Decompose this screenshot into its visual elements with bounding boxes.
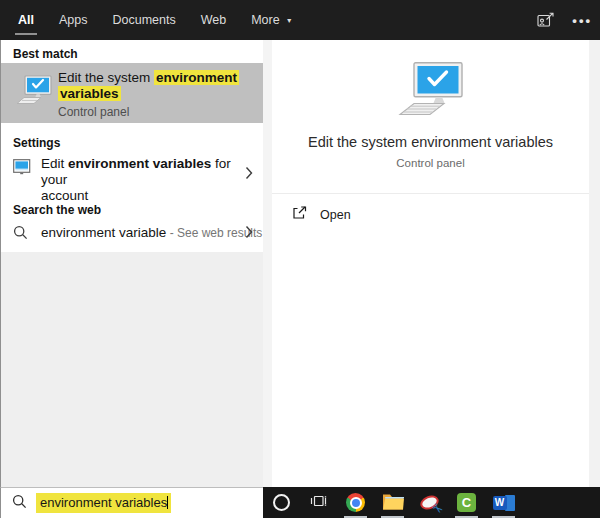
snipping-tool-icon: ✂ <box>419 493 441 513</box>
feedback-icon[interactable] <box>537 12 555 28</box>
settings-header: Settings <box>13 136 60 150</box>
settings-item-label: Edit environment variables for youraccou… <box>41 156 243 204</box>
tab-apps[interactable]: Apps <box>59 0 88 40</box>
search-icon <box>13 225 28 244</box>
word-icon: W <box>493 493 515 513</box>
open-launch-icon <box>292 206 307 224</box>
windows-search-flyout: All Apps Documents Web More▼ ••• Best ma… <box>0 0 600 518</box>
search-input-value[interactable]: environment variables <box>36 493 171 513</box>
best-match-subtitle: Control panel <box>58 104 256 120</box>
search-results-panel: Best match Edit the system environmentva… <box>0 40 263 487</box>
chevron-right-icon <box>245 225 253 239</box>
result-settings-item[interactable]: Edit environment variables for youraccou… <box>1 152 264 194</box>
chevron-down-icon: ▼ <box>286 17 293 24</box>
preview-panel: Edit the system environment variables Co… <box>272 40 589 487</box>
file-explorer-icon <box>382 492 404 514</box>
tab-more[interactable]: More▼ <box>251 0 292 40</box>
highlighted-term: environment <box>154 70 239 85</box>
best-match-header: Best match <box>13 47 78 61</box>
best-match-title: Edit the system environmentvariables Con… <box>58 70 256 120</box>
taskbar-task-view-button[interactable] <box>300 487 337 518</box>
open-action[interactable]: Open <box>292 206 589 224</box>
cortana-icon <box>273 494 290 511</box>
result-best-match-item[interactable]: Edit the system environmentvariables Con… <box>1 63 264 123</box>
chevron-right-icon <box>245 166 253 180</box>
taskbar-camtasia-button[interactable]: C <box>448 487 485 518</box>
search-filter-bar: All Apps Documents Web More▼ ••• <box>0 0 600 40</box>
open-action-label: Open <box>320 208 351 222</box>
search-bar[interactable]: environment variables <box>0 487 263 518</box>
taskbar-word-button[interactable]: W <box>485 487 522 518</box>
taskbar-cortana-button[interactable] <box>263 487 300 518</box>
search-icon <box>12 494 27 513</box>
tab-documents[interactable]: Documents <box>112 0 175 40</box>
preview-subtitle: Control panel <box>272 157 589 169</box>
taskbar-chrome-button[interactable] <box>337 487 374 518</box>
search-web-header: Search the web <box>13 203 101 217</box>
camtasia-icon: C <box>457 493 476 512</box>
preview-title: Edit the system environment variables <box>272 134 589 150</box>
computer-check-icon <box>16 75 52 110</box>
taskbar: ✂ C W <box>263 487 600 518</box>
panel-gutter <box>263 40 272 487</box>
taskbar-file-explorer-button[interactable] <box>374 487 411 518</box>
task-view-icon <box>310 493 327 513</box>
taskbar-snipping-tool-button[interactable]: ✂ <box>411 487 448 518</box>
highlighted-term: variables <box>58 86 121 101</box>
chrome-icon <box>346 493 365 512</box>
panel-right-margin <box>589 40 600 487</box>
tab-all[interactable]: All <box>18 0 34 40</box>
web-search-label: environment variable - See web results <box>41 225 231 240</box>
tab-web[interactable]: Web <box>201 0 226 40</box>
computer-check-icon <box>398 62 464 120</box>
text-cursor <box>167 496 168 509</box>
display-settings-icon <box>13 159 31 179</box>
more-options-ellipsis[interactable]: ••• <box>572 13 592 28</box>
divider <box>272 193 589 194</box>
result-web-search-item[interactable]: environment variable - See web results <box>1 220 264 246</box>
